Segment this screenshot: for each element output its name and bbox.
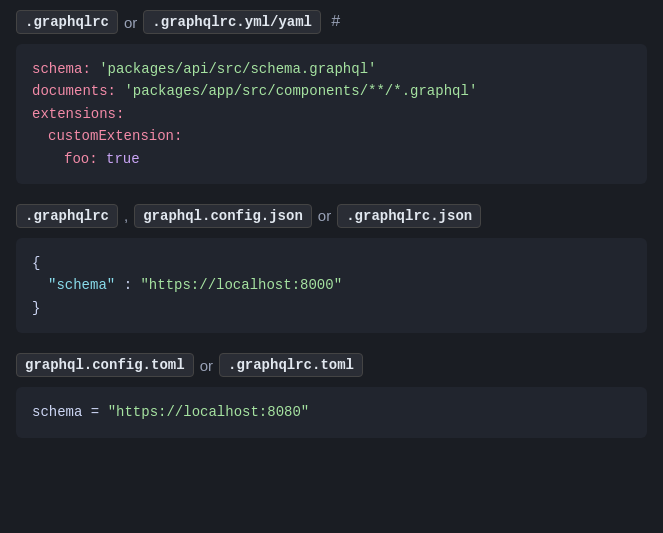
json-line-schema: "schema" : "https://localhost:8000" — [32, 274, 631, 296]
yaml-key-foo: foo: — [64, 151, 98, 167]
yaml-line-5: foo: true — [32, 148, 631, 170]
yaml-line-2: documents: 'packages/app/src/components/… — [32, 80, 631, 102]
yaml-line-1: schema: 'packages/api/src/schema.graphql… — [32, 58, 631, 80]
badge-graphqlrc-yml: .graphqlrc.yml/yaml — [143, 10, 321, 34]
json-brace-open: { — [32, 252, 631, 274]
separator-or-1: or — [124, 14, 137, 31]
yaml-line-3: extensions: — [32, 103, 631, 125]
section-yaml-group: .graphqlrc or .graphqlrc.yml/yaml # sche… — [16, 10, 647, 184]
section-json-header: .graphqlrc , graphql.config.json or .gra… — [16, 204, 647, 228]
yaml-val-schema: 'packages/api/src/schema.graphql' — [99, 61, 376, 77]
separator-or-3: or — [200, 357, 213, 374]
yaml-key-customextension: customExtension: — [48, 128, 182, 144]
badge-graphqlrc-yaml-1: .graphqlrc — [16, 10, 118, 34]
hash-icon-1: # — [331, 13, 341, 31]
json-val-schema: "https://localhost:8000" — [140, 277, 342, 293]
badge-graphqlrc-toml: .graphqlrc.toml — [219, 353, 363, 377]
yaml-val-foo: true — [106, 151, 140, 167]
section-toml-header: graphql.config.toml or .graphqlrc.toml — [16, 353, 647, 377]
yaml-line-4: customExtension: — [32, 125, 631, 147]
json-key-schema: "schema" — [48, 277, 115, 293]
yaml-key-extensions: extensions: — [32, 106, 124, 122]
toml-val-schema: "https://localhost:8080" — [108, 404, 310, 420]
toml-key-schema: schema — [32, 404, 82, 420]
yaml-key-documents: documents: — [32, 83, 116, 99]
code-block-yaml: schema: 'packages/api/src/schema.graphql… — [16, 44, 647, 184]
yaml-val-documents: 'packages/app/src/components/**/*.graphq… — [124, 83, 477, 99]
page-container: .graphqlrc or .graphqlrc.yml/yaml # sche… — [0, 0, 663, 468]
section-json-group: .graphqlrc , graphql.config.json or .gra… — [16, 204, 647, 333]
toml-line-schema: schema = "https://localhost:8080" — [32, 401, 631, 423]
code-block-toml: schema = "https://localhost:8080" — [16, 387, 647, 437]
badge-graphql-config-json: graphql.config.json — [134, 204, 312, 228]
section-toml-group: graphql.config.toml or .graphqlrc.toml s… — [16, 353, 647, 437]
section-yaml-header: .graphqlrc or .graphqlrc.yml/yaml # — [16, 10, 647, 34]
badge-graphqlrc-json-2: .graphqlrc.json — [337, 204, 481, 228]
badge-graphqlrc-json-1: .graphqlrc — [16, 204, 118, 228]
json-brace-close: } — [32, 297, 631, 319]
separator-or-2: or — [318, 207, 331, 224]
code-block-json: { "schema" : "https://localhost:8000" } — [16, 238, 647, 333]
yaml-key-schema: schema: — [32, 61, 91, 77]
separator-comma-1: , — [124, 207, 128, 224]
badge-graphql-config-toml: graphql.config.toml — [16, 353, 194, 377]
